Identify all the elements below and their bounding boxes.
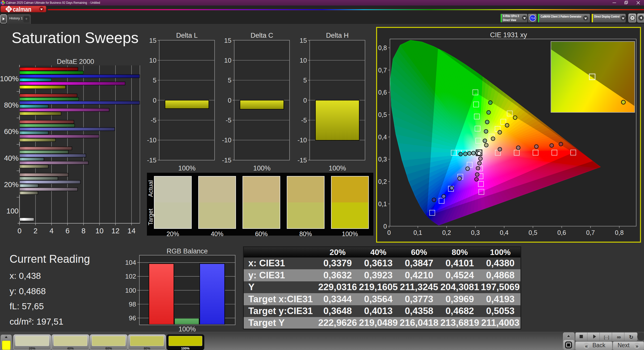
svg-text:»: » <box>635 343 638 349</box>
svg-text:[··]: [··] <box>604 335 609 340</box>
svg-text:↻: ↻ <box>629 334 633 340</box>
svg-text:∞: ∞ <box>617 334 621 340</box>
svg-text:714: 714 <box>530 17 535 20</box>
svg-text:«: « <box>585 343 588 349</box>
